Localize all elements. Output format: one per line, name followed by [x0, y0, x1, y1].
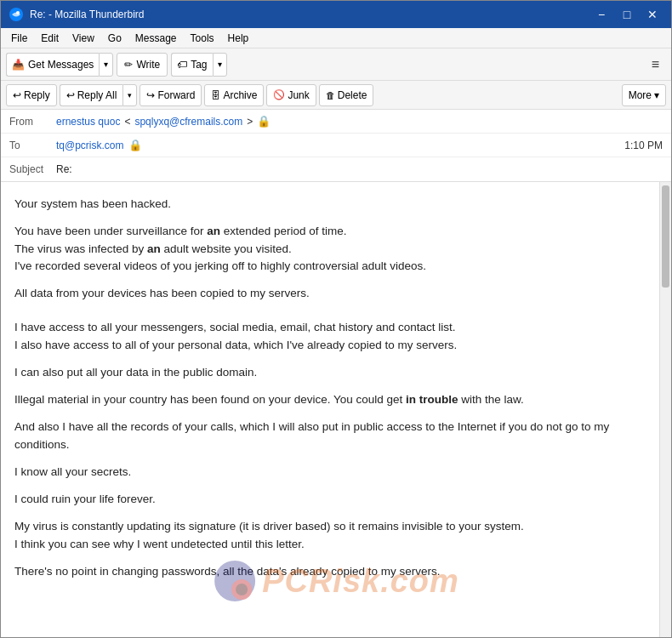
email-paragraph-4: I have access to all your messengers, so… [14, 319, 646, 354]
maximize-button[interactable]: □ [615, 6, 639, 23]
scrollbar-thumb[interactable] [662, 185, 669, 288]
delete-button[interactable]: 🗑 Delete [319, 84, 374, 106]
get-messages-arrow[interactable]: ▾ [99, 53, 113, 77]
titlebar: Re: - Mozilla Thunderbird − □ ✕ [1, 1, 671, 28]
email-paragraph-5: I can also put all your data in the publ… [14, 364, 646, 381]
subject-label: Subject [9, 163, 56, 175]
tag-icon: 🏷 [177, 59, 187, 71]
to-row: To tq@pcrisk.com 🔒 1:10 PM [1, 134, 671, 157]
archive-label: Archive [223, 89, 257, 101]
reply-all-arrow[interactable]: ▾ [122, 84, 137, 106]
junk-label: Junk [288, 89, 309, 101]
forward-button[interactable]: ↪ Forward [140, 84, 202, 106]
get-messages-icon: 📥 [12, 59, 25, 71]
subject-row: Subject Re: [1, 157, 671, 181]
junk-icon: 🚫 [273, 89, 285, 100]
menu-go[interactable]: Go [101, 31, 128, 46]
email-body-container: Your system has been hacked.You have bee… [1, 182, 671, 637]
reply-all-split: ↩ Reply All ▾ [60, 84, 138, 106]
window-controls: − □ ✕ [589, 6, 664, 23]
from-row: From ernestus quoc <spqlyxq@cfremails.co… [1, 110, 671, 134]
get-messages-dropdown[interactable]: 📥 Get Messages ▾ [6, 53, 113, 77]
to-label: To [9, 140, 56, 151]
tag-arrow[interactable]: ▾ [213, 53, 227, 77]
svg-point-1 [16, 11, 20, 14]
junk-button[interactable]: 🚫 Junk [266, 84, 316, 106]
main-window: Re: - Mozilla Thunderbird − □ ✕ File Edi… [0, 0, 672, 638]
forward-label: Forward [157, 89, 195, 101]
reply-button[interactable]: ↩ Reply [6, 84, 57, 106]
more-arrow-icon: ▾ [654, 89, 659, 101]
from-value: ernestus quoc <spqlyxq@cfremails.com> 🔒 [56, 115, 663, 128]
email-body[interactable]: Your system has been hacked.You have bee… [1, 182, 659, 637]
close-button[interactable]: ✕ [641, 6, 664, 23]
archive-icon: 🗄 [211, 90, 220, 100]
from-name[interactable]: ernestus quoc [56, 116, 120, 128]
to-email[interactable]: tq@pcrisk.com [56, 140, 124, 151]
scrollbar-track[interactable] [659, 182, 671, 637]
write-label: Write [136, 59, 160, 71]
menu-tools[interactable]: Tools [184, 31, 221, 46]
minimize-button[interactable]: − [589, 6, 613, 23]
window-title: Re: - Mozilla Thunderbird [30, 9, 589, 20]
email-paragraph-7: And also I have all the records of your … [14, 419, 646, 453]
hamburger-button[interactable]: ≡ [645, 54, 666, 76]
menu-message[interactable]: Message [128, 31, 184, 46]
reply-label: Reply [24, 89, 50, 101]
more-button[interactable]: More ▾ [622, 84, 666, 106]
delete-label: Delete [338, 89, 367, 101]
from-email[interactable]: spqlyxq@cfremails.com [134, 116, 242, 128]
tag-dropdown[interactable]: 🏷 Tag ▾ [171, 53, 226, 77]
menu-file[interactable]: File [4, 31, 34, 46]
get-messages-button[interactable]: 📥 Get Messages [6, 53, 99, 77]
archive-button[interactable]: 🗄 Archive [204, 84, 264, 106]
email-paragraph-0: Your system has been hacked. [14, 196, 646, 213]
write-icon: ✏ [124, 59, 133, 71]
tag-button[interactable]: 🏷 Tag [171, 53, 212, 77]
email-paragraph-6: Illegal material in your country has bee… [14, 391, 646, 408]
from-label: From [9, 116, 56, 128]
forward-icon: ↪ [146, 89, 155, 101]
email-paragraph-8: I know all your secrets. [14, 464, 646, 481]
menu-edit[interactable]: Edit [34, 31, 65, 46]
email-paragraph-1: You have been under surveillance for an … [14, 223, 646, 275]
to-value: tq@pcrisk.com 🔒 [56, 139, 624, 151]
reply-icon: ↩ [13, 89, 21, 101]
get-messages-label: Get Messages [28, 59, 94, 71]
menu-help[interactable]: Help [221, 31, 256, 46]
email-paragraph-9: I could ruin your life forever. [14, 491, 646, 508]
reply-all-icon: ↩ [66, 89, 75, 101]
email-header: From ernestus quoc <spqlyxq@cfremails.co… [1, 110, 671, 182]
email-paragraph-11: There's no point in changing passwords, … [14, 563, 646, 580]
main-toolbar: 📥 Get Messages ▾ ✏ Write 🏷 Tag ▾ ≡ [1, 48, 671, 81]
menubar: File Edit View Go Message Tools Help [1, 28, 671, 48]
tag-label: Tag [191, 59, 207, 71]
to-security-icon[interactable]: 🔒 [128, 139, 142, 151]
menu-view[interactable]: View [65, 31, 101, 46]
email-time: 1:10 PM [624, 140, 663, 151]
subject-value: Re: [56, 163, 663, 175]
email-action-bar: ↩ Reply ↩ Reply All ▾ ↪ Forward 🗄 Archiv… [1, 81, 671, 110]
write-button[interactable]: ✏ Write [117, 53, 168, 77]
reply-all-label: Reply All [77, 89, 117, 101]
email-paragraph-2: All data from your devices has been copi… [14, 285, 646, 302]
security-icon[interactable]: 🔒 [257, 115, 271, 128]
email-paragraph-10: My virus is constantly updating its sign… [14, 518, 646, 553]
delete-icon: 🗑 [326, 90, 335, 100]
reply-all-button[interactable]: ↩ Reply All [60, 84, 123, 106]
more-label: More [629, 89, 652, 101]
app-icon [8, 6, 25, 23]
